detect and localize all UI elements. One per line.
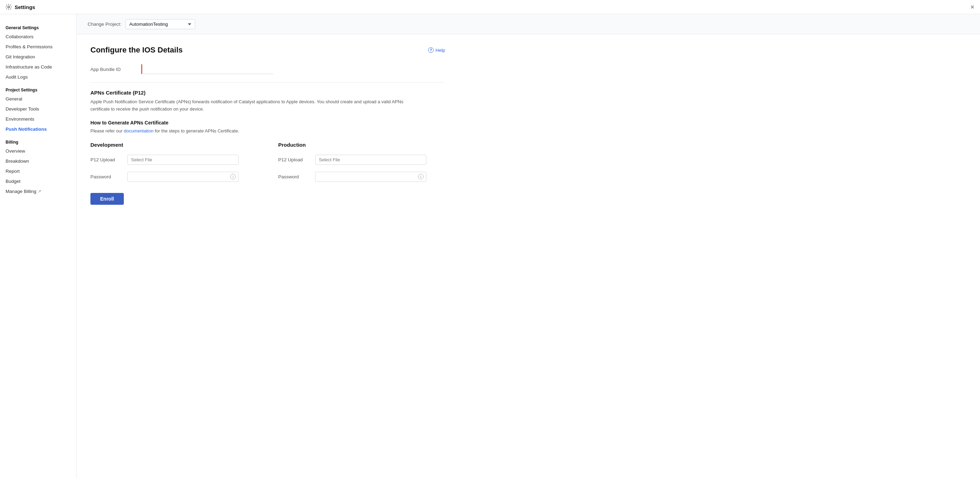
page-title-row: Configure the IOS Details ? Help (91, 46, 445, 55)
prod-password-input[interactable] (315, 172, 426, 182)
apns-section-desc: Apple Push Notification Service Certific… (91, 98, 403, 113)
dev-password-input[interactable] (127, 172, 239, 182)
production-header: Production (278, 142, 445, 148)
project-select[interactable]: AutomationTesting ProjectA ProjectB (126, 19, 195, 29)
page-title: Configure the IOS Details (91, 46, 183, 55)
settings-title: Settings (6, 4, 35, 10)
sidebar-item-collaborators[interactable]: Collaborators (0, 32, 76, 42)
dev-password-info-icon[interactable]: i (230, 174, 236, 179)
dev-prod-grid: Development P12 Upload Password i (91, 142, 445, 182)
sidebar-item-overview[interactable]: Overview (0, 146, 76, 156)
documentation-link[interactable]: documentation (124, 128, 153, 133)
content-area: Configure the IOS Details ? Help App Bun… (76, 35, 459, 216)
how-to-title: How to Generate APNs Certificate (91, 120, 445, 125)
sidebar-item-general[interactable]: General (0, 94, 76, 104)
main-content: Change Project: AutomationTesting Projec… (76, 14, 980, 478)
sidebar-item-git-integration[interactable]: Git Integration (0, 52, 76, 62)
project-settings-section: Project Settings (0, 85, 76, 94)
sidebar: General Settings Collaborators Profiles … (0, 14, 76, 478)
sidebar-item-breakdown[interactable]: Breakdown (0, 156, 76, 166)
sidebar-item-profiles-permissions[interactable]: Profiles & Permissions (0, 42, 76, 52)
external-link-icon: ↗ (38, 189, 41, 194)
prod-password-label: Password (278, 174, 310, 179)
prod-p12-label: P12 Upload (278, 157, 310, 162)
sidebar-item-environments[interactable]: Environments (0, 114, 76, 124)
app-bundle-id-input[interactable] (141, 64, 274, 74)
enroll-button[interactable]: Enroll (91, 193, 124, 205)
sidebar-item-infrastructure-as-code[interactable]: Infrastructure as Code (0, 62, 76, 72)
dev-password-row: Password i (91, 172, 257, 182)
development-column: Development P12 Upload Password i (91, 142, 257, 182)
sidebar-item-developer-tools[interactable]: Developer Tools (0, 104, 76, 114)
sidebar-item-report[interactable]: Report (0, 166, 76, 176)
prod-p12-upload-row: P12 Upload (278, 155, 445, 165)
development-header: Development (91, 142, 257, 148)
prod-p12-input[interactable] (315, 155, 426, 165)
dev-p12-label: P12 Upload (91, 157, 122, 162)
change-project-label: Change Project: (88, 22, 121, 27)
how-to-desc: Please refer our documentation for the s… (91, 128, 445, 133)
help-link[interactable]: ? Help (428, 47, 445, 53)
sidebar-item-push-notifications[interactable]: Push Notifications (0, 124, 76, 134)
sidebar-item-budget[interactable]: Budget (0, 176, 76, 186)
dev-password-label: Password (91, 174, 122, 179)
prod-password-row: Password i (278, 172, 445, 182)
app-bundle-id-row: App Bundle ID (91, 64, 445, 74)
dev-p12-input[interactable] (127, 155, 239, 165)
layout: General Settings Collaborators Profiles … (0, 14, 980, 478)
production-column: Production P12 Upload Password i (278, 142, 445, 182)
general-settings-section: General Settings (0, 22, 76, 32)
billing-section: Billing (0, 137, 76, 146)
top-bar: Settings × (0, 0, 980, 14)
gear-icon (6, 4, 12, 10)
dev-p12-upload-row: P12 Upload (91, 155, 257, 165)
sidebar-item-manage-billing[interactable]: Manage Billing ↗ (0, 186, 76, 197)
app-bundle-id-label: App Bundle ID (91, 67, 136, 72)
sidebar-item-audit-logs[interactable]: Audit Logs (0, 72, 76, 82)
apns-section-title: APNs Certificate (P12) (91, 90, 445, 95)
dev-password-wrap: i (127, 172, 239, 182)
change-project-bar: Change Project: AutomationTesting Projec… (76, 14, 980, 35)
prod-password-info-icon[interactable]: i (418, 174, 423, 179)
help-circle-icon: ? (428, 47, 434, 53)
divider-1 (91, 83, 445, 83)
prod-password-wrap: i (315, 172, 426, 182)
close-button[interactable]: × (970, 3, 974, 10)
